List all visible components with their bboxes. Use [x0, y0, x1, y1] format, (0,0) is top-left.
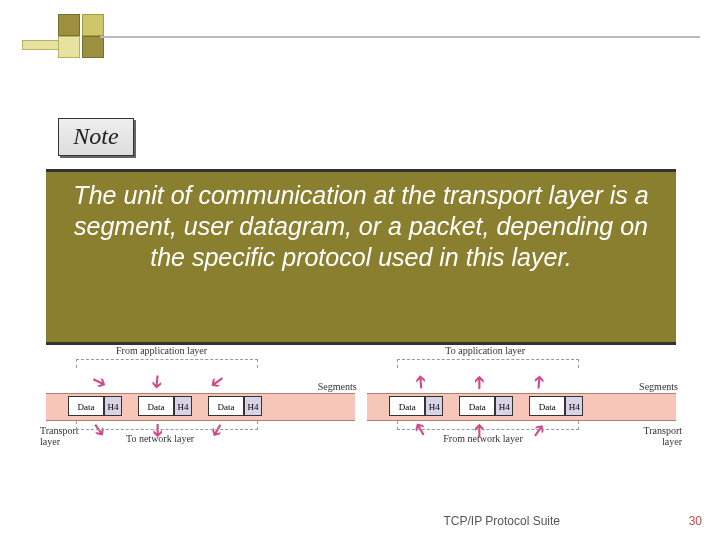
slide: Note The unit of communication at the tr… [0, 0, 720, 540]
header-cell: H4 [104, 396, 122, 416]
arrow-up-icon: ➔ [409, 374, 432, 391]
title-rule [100, 36, 700, 38]
corner-decoration [22, 14, 92, 62]
arrow-up-icon: ➔ [468, 375, 490, 390]
deco-square [82, 36, 104, 58]
main-message: The unit of communication at the transpo… [46, 172, 676, 273]
header-cell: H4 [495, 396, 513, 416]
diagram-left: From application layer ➔ ➔ ➔ Segments Da… [46, 345, 355, 485]
from-network-label: From network layer [443, 433, 522, 444]
transport-layer-label: Transport layer [643, 425, 682, 447]
arrow-down-icon: ➔ [146, 374, 169, 391]
diagram: From application layer ➔ ➔ ➔ Segments Da… [46, 345, 676, 485]
from-app-label: From application layer [116, 345, 207, 356]
footer: TCP/IP Protocol Suite 30 [0, 514, 720, 532]
deco-square [58, 36, 80, 58]
arrow-up-icon: ➔ [527, 374, 550, 391]
page-number: 30 [689, 514, 702, 528]
data-cell: Data [138, 396, 174, 416]
arrow-down-icon: ➔ [88, 369, 111, 395]
header-cell: H4 [174, 396, 192, 416]
header-cell: H4 [244, 396, 262, 416]
data-cell: Data [529, 396, 565, 416]
data-cell: Data [459, 396, 495, 416]
deco-square [82, 14, 104, 36]
deco-square [58, 14, 80, 36]
message-band: The unit of communication at the transpo… [46, 169, 676, 345]
top-bracket [397, 359, 579, 368]
footer-text: TCP/IP Protocol Suite [444, 514, 561, 528]
deco-bar [22, 40, 60, 50]
arrow-down-icon: ➔ [205, 369, 230, 396]
header-cell: H4 [565, 396, 583, 416]
segments-label: Segments [318, 381, 357, 392]
diagram-right: To application layer ➔ ➔ ➔ Segments Data… [367, 345, 676, 485]
data-cell: Data [208, 396, 244, 416]
bottom-bracket [76, 421, 258, 430]
to-app-label: To application layer [445, 345, 525, 356]
bottom-bracket [397, 421, 579, 430]
top-bracket [76, 359, 258, 368]
note-box: Note [58, 118, 134, 156]
header-cell: H4 [425, 396, 443, 416]
to-network-label: To network layer [126, 433, 194, 444]
data-cell: Data [68, 396, 104, 416]
data-cell: Data [389, 396, 425, 416]
segments-label: Segments [639, 381, 678, 392]
transport-layer-label: Transport layer [40, 425, 79, 447]
